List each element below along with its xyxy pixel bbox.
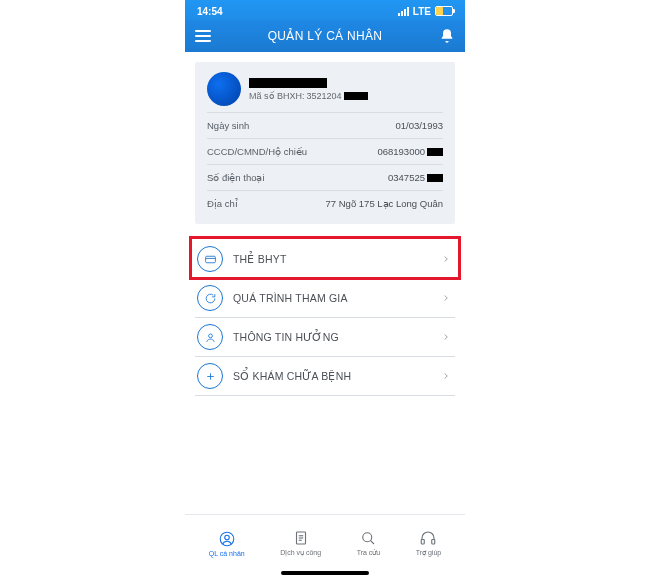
id-value: 068193000 — [377, 146, 443, 157]
row-id: CCCD/CMND/Hộ chiếu 068193000 — [207, 138, 443, 164]
svg-rect-13 — [422, 540, 425, 545]
headset-icon — [419, 529, 437, 547]
phone-value: 0347525 — [388, 172, 443, 183]
svg-rect-14 — [432, 540, 435, 545]
row-phone: Số điện thoại 0347525 — [207, 164, 443, 190]
refresh-icon — [197, 285, 223, 311]
phone-frame: 14:54 LTE QUẢN LÝ CÁ NHÂN — [185, 0, 465, 581]
menu-label-bhyt: THẺ BHYT — [233, 253, 431, 265]
tab-personal[interactable]: QL cá nhân — [209, 530, 245, 557]
phone-redacted — [427, 174, 443, 182]
tab-lookup-label: Tra cứu — [357, 549, 381, 557]
content-area: Mã số BHXH: 3521204 Ngày sinh 01/03/1993… — [185, 52, 465, 514]
tab-bar: QL cá nhân Dịch vụ công Tra cứu Trợ giúp — [185, 514, 465, 569]
profile-card: Mã số BHXH: 3521204 Ngày sinh 01/03/1993… — [195, 62, 455, 224]
id-label: CCCD/CMND/Hộ chiếu — [207, 146, 307, 157]
menu-item-bhyt[interactable]: THẺ BHYT — [195, 240, 455, 279]
tab-support[interactable]: Trợ giúp — [416, 529, 442, 557]
tab-lookup[interactable]: Tra cứu — [357, 529, 381, 557]
notification-icon[interactable] — [439, 28, 455, 44]
status-bar: 14:54 LTE — [185, 0, 465, 20]
profile-name-block: Mã số BHXH: 3521204 — [249, 78, 368, 101]
phone-label: Số điện thoại — [207, 172, 265, 183]
chevron-right-icon — [441, 328, 451, 346]
menu-item-participation[interactable]: QUÁ TRÌNH THAM GIA — [195, 279, 455, 318]
id-redacted — [427, 148, 443, 156]
chevron-right-icon — [441, 289, 451, 307]
user-circle-icon — [218, 530, 236, 548]
phone-value-text: 0347525 — [388, 172, 425, 183]
status-time: 14:54 — [197, 6, 223, 17]
svg-rect-0 — [205, 256, 215, 263]
menu-label-health-book: SỔ KHÁM CHỮA BỆNH — [233, 370, 431, 382]
signal-icon — [398, 7, 409, 16]
chevron-right-icon — [441, 250, 451, 268]
status-right: LTE — [398, 6, 453, 17]
card-icon — [197, 246, 223, 272]
menu-label-participation: QUÁ TRÌNH THAM GIA — [233, 292, 431, 304]
id-value-text: 068193000 — [377, 146, 425, 157]
avatar — [207, 72, 241, 106]
document-icon — [292, 529, 310, 547]
network-label: LTE — [413, 6, 431, 17]
tab-public-service-label: Dịch vụ công — [280, 549, 321, 557]
dob-label: Ngày sinh — [207, 120, 249, 131]
menu-label-benefits: THÔNG TIN HƯỞNG — [233, 331, 431, 343]
menu-item-benefits[interactable]: THÔNG TIN HƯỞNG — [195, 318, 455, 357]
tab-public-service[interactable]: Dịch vụ công — [280, 529, 321, 557]
bhxh-line: Mã số BHXH: 3521204 — [249, 91, 368, 101]
home-indicator — [185, 569, 465, 581]
row-dob: Ngày sinh 01/03/1993 — [207, 112, 443, 138]
menu-item-health-book[interactable]: SỔ KHÁM CHỮA BỆNH — [195, 357, 455, 396]
plus-icon — [197, 363, 223, 389]
battery-icon — [435, 6, 453, 16]
bhxh-label: Mã số BHXH: — [249, 91, 305, 101]
app-header: QUẢN LÝ CÁ NHÂN — [185, 20, 465, 52]
chevron-right-icon — [441, 367, 451, 385]
svg-point-11 — [363, 533, 372, 542]
user-icon — [197, 324, 223, 350]
name-redacted — [249, 78, 327, 88]
profile-header: Mã số BHXH: 3521204 — [207, 72, 443, 106]
addr-value: 77 Ngõ 175 Lạc Long Quân — [326, 198, 443, 209]
svg-line-12 — [371, 541, 374, 544]
bhxh-redacted — [344, 92, 368, 100]
menu-list: THẺ BHYT QUÁ TRÌNH THAM GIA T — [195, 240, 455, 396]
addr-label: Địa chỉ — [207, 198, 238, 209]
tab-personal-label: QL cá nhân — [209, 550, 245, 557]
row-address: Địa chỉ 77 Ngõ 175 Lạc Long Quân — [207, 190, 443, 216]
search-icon — [359, 529, 377, 547]
dob-value: 01/03/1993 — [395, 120, 443, 131]
menu-icon[interactable] — [195, 30, 211, 42]
svg-point-6 — [224, 535, 229, 540]
page-title: QUẢN LÝ CÁ NHÂN — [268, 29, 383, 43]
bhxh-number: 3521204 — [307, 91, 342, 101]
tab-support-label: Trợ giúp — [416, 549, 442, 557]
svg-point-2 — [208, 333, 212, 337]
